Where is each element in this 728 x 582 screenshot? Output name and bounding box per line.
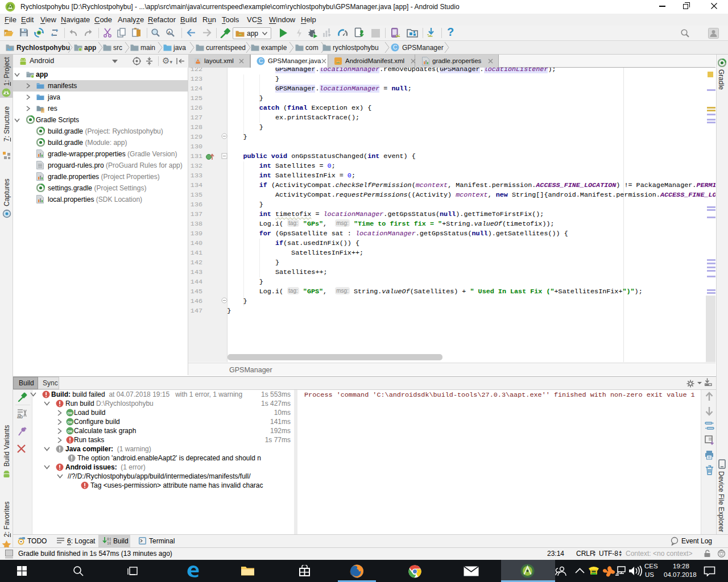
svg-text:01: 01: [107, 538, 111, 542]
svg-text:A: A: [168, 30, 171, 35]
svg-text:C: C: [393, 44, 397, 51]
svg-text:OK: OK: [68, 430, 73, 433]
svg-text:10: 10: [107, 542, 111, 545]
svg-text:OK: OK: [68, 411, 73, 415]
svg-text:C: C: [259, 58, 263, 64]
svg-text:OK: OK: [68, 421, 73, 424]
svg-text:ab: ab: [17, 414, 23, 419]
